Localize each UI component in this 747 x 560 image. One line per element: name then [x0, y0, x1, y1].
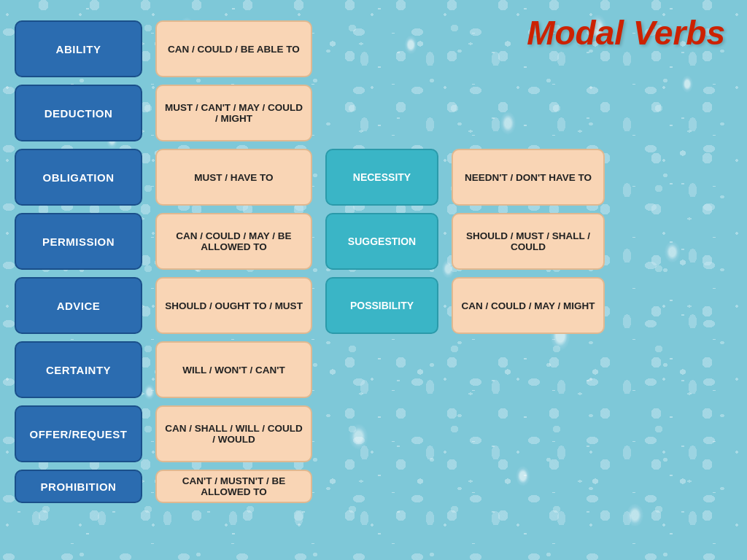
verbs-suggestion: SHOULD / MUST / SHALL / COULD — [452, 213, 605, 270]
label-suggestion: SUGGESTION — [325, 213, 438, 270]
label-obligation: OBLIGATION — [15, 149, 142, 206]
modal-verbs-grid: ABILITY CAN / COULD / BE ABLE TO DEDUCTI… — [15, 20, 732, 503]
label-advice: ADVICE — [15, 277, 142, 334]
verbs-possibility: CAN / COULD / MAY / MIGHT — [452, 277, 605, 334]
verbs-obligation: MUST / HAVE TO — [155, 149, 312, 206]
verbs-certainty: WILL / WON'T / CAN'T — [155, 341, 312, 398]
label-ability: ABILITY — [15, 20, 142, 77]
verbs-prohibition: CAN'T / MUSTN'T / BE ALLOWED TO — [155, 470, 312, 503]
label-deduction: DEDUCTION — [15, 85, 142, 141]
label-permission: PERMISSION — [15, 213, 142, 270]
label-offer-request: OFFER/REQUEST — [15, 405, 142, 462]
verbs-ability: CAN / COULD / BE ABLE TO — [155, 20, 312, 77]
page-wrapper: Modal Verbs ABILITY CAN / COULD / BE ABL… — [0, 0, 747, 560]
verbs-deduction: MUST / CAN'T / MAY / COULD / MIGHT — [155, 85, 312, 141]
label-possibility: POSSIBILITY — [325, 277, 438, 334]
verbs-offer-request: CAN / SHALL / WILL / COULD / WOULD — [155, 405, 312, 462]
verbs-advice: SHOULD / OUGHT TO / MUST — [155, 277, 312, 334]
verbs-permission: CAN / COULD / MAY / BE ALLOWED TO — [155, 213, 312, 270]
label-necessity: NECESSITY — [325, 149, 438, 206]
page-title: Modal Verbs — [527, 13, 725, 52]
label-prohibition: PROHIBITION — [15, 470, 142, 503]
label-certainty: CERTAINTY — [15, 341, 142, 398]
verbs-necessity: NEEDN'T / DON'T HAVE TO — [452, 149, 605, 206]
